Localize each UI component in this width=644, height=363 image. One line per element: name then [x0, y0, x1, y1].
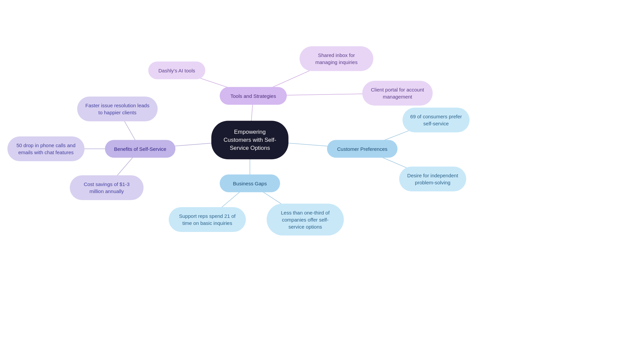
less-than-third-node[interactable]: Less than one-third of companies offer s… [267, 204, 344, 236]
cost-savings-node[interactable]: Cost savings of $1-3 million annually [70, 175, 144, 200]
support-reps-node[interactable]: Support reps spend 21 of time on basic i… [169, 207, 246, 232]
benefits-node[interactable]: Benefits of Self-Service [105, 140, 175, 158]
tools-strategies-node[interactable]: Tools and Strategies [220, 87, 287, 105]
business-gaps-node[interactable]: Business Gaps [220, 175, 280, 192]
desire-independent-node[interactable]: Desire for independent problem-solving [399, 167, 466, 191]
customer-prefs-node[interactable]: Customer Preferences [327, 140, 397, 158]
drop-calls-node[interactable]: 50 drop in phone calls and emails with c… [7, 136, 85, 161]
faster-issue-node[interactable]: Faster issue resolution leads to happier… [77, 97, 158, 121]
consumers-prefer-node[interactable]: 69 of consumers prefer self-service [402, 108, 470, 132]
center-node[interactable]: Empowering Customers with Self-Service O… [211, 121, 288, 159]
mindmap-container: Empowering Customers with Self-Service O… [0, 0, 644, 363]
client-portal-node[interactable]: Client portal for account management [362, 81, 433, 106]
shared-inbox-node[interactable]: Shared inbox for managing inquiries [300, 46, 373, 71]
dashly-ai-node[interactable]: Dashly's AI tools [148, 62, 205, 79]
